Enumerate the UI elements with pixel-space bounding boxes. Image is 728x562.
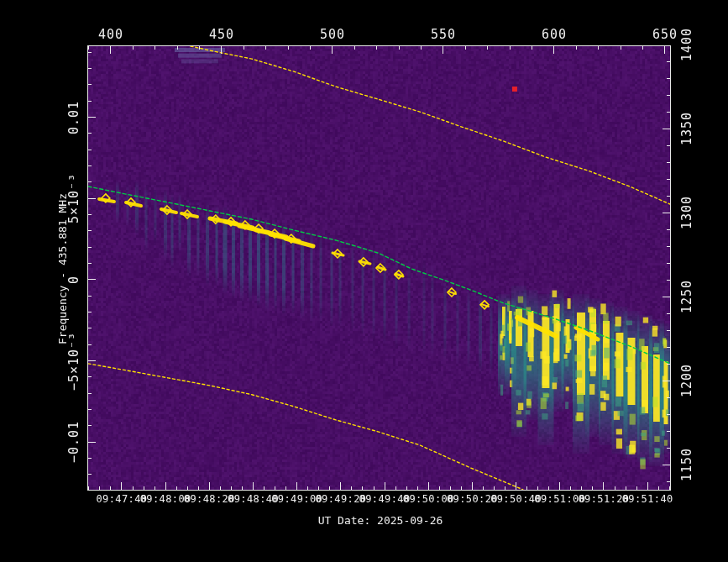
plot-area — [87, 45, 671, 491]
right-axis-tick-label: 1350 — [681, 112, 694, 145]
bottom-axis-time-label: 09:49:20 — [315, 494, 366, 504]
bottom-axis-time-label: 09:51:40 — [622, 494, 673, 504]
top-axis-tick-label: 400 — [98, 29, 123, 41]
left-axis-tick-label: −0.01 — [68, 421, 81, 463]
right-axis-tick-label: 1250 — [681, 280, 694, 313]
left-axis-tick-label: 5×10⁻³ — [68, 173, 81, 223]
left-axis-tick-label: 0 — [68, 276, 81, 284]
left-axis-title: Frequency - 435.881 MHz — [56, 193, 69, 344]
bottom-axis-time-label: 09:48:00 — [140, 494, 191, 504]
ut-date-label: UT Date: 2025-09-26 — [318, 514, 443, 527]
bottom-axis-time-label: 09:51:00 — [534, 494, 585, 504]
right-axis-tick-label: 1400 — [681, 28, 694, 61]
bottom-axis-time-label: 09:49:40 — [359, 494, 411, 504]
top-axis-tick-label: 450 — [209, 29, 234, 41]
doppler-spectrogram-figure: 400450500550600650 09:47:4009:48:0009:48… — [0, 0, 728, 562]
right-axis-tick-label: 1150 — [681, 448, 694, 481]
left-axis-tick-label: −5×10⁻³ — [68, 331, 81, 390]
bottom-axis-time-label: 09:48:40 — [228, 494, 279, 504]
bottom-axis-time-label: 09:50:20 — [447, 494, 498, 504]
top-axis-tick-label: 550 — [431, 29, 456, 41]
right-axis-tick-label: 1200 — [681, 364, 694, 397]
left-axis-tick-label: 0.01 — [68, 101, 81, 134]
bottom-axis-time-label: 09:47:40 — [96, 494, 147, 504]
bottom-axis-time-label: 09:50:00 — [403, 494, 454, 504]
spectrogram-canvas — [88, 46, 670, 490]
top-axis-tick-label: 600 — [542, 29, 567, 41]
bottom-axis-time-label: 09:51:20 — [578, 494, 629, 504]
top-axis-tick-label: 650 — [652, 29, 678, 41]
top-axis-tick-label: 500 — [320, 29, 345, 41]
bottom-axis-time-label: 09:48:20 — [184, 494, 235, 504]
bottom-axis-time-label: 09:50:40 — [490, 494, 542, 504]
bottom-axis-time-label: 09:49:00 — [271, 494, 322, 504]
right-axis-tick-label: 1300 — [681, 196, 694, 229]
